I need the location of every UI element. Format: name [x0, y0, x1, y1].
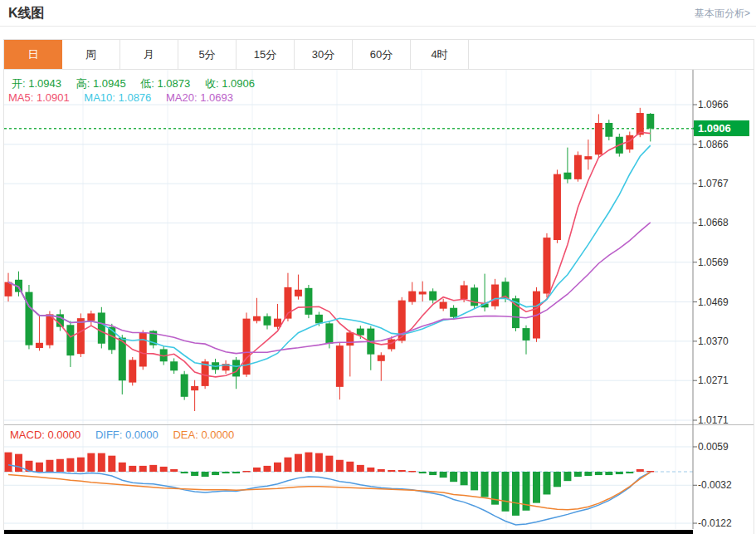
macd-axis-tick: 0.0059: [698, 441, 751, 453]
open-value: 1.0943: [28, 77, 61, 90]
macd-label: MACD:: [10, 429, 45, 441]
ohlc-legend: 开: 1.0943 高: 1.0945 低: 1.0873 收: 1.0906: [12, 76, 266, 91]
low-label: 低:: [140, 77, 154, 90]
current-price-tag: 1.0906: [694, 120, 749, 136]
tab-30min[interactable]: 30分: [295, 40, 353, 69]
tab-15min[interactable]: 15分: [237, 40, 295, 69]
y-axis-tick: 1.0569: [698, 257, 751, 268]
y-axis-tick: 1.0370: [698, 336, 751, 347]
dea-label: DEA:: [173, 429, 198, 441]
macd-legend: MACD: 0.0000 DIFF: 0.0000 DEA: 0.0000: [10, 429, 246, 441]
ma10-label: MA10:: [84, 91, 115, 104]
close-value: 1.0906: [222, 77, 255, 90]
high-label: 高:: [76, 77, 90, 90]
open-label: 开:: [12, 77, 26, 90]
chart-right-border: [754, 39, 754, 534]
y-axis-tick: 1.0469: [698, 296, 751, 308]
ma5-label: MA5:: [8, 91, 33, 104]
ma20-value: 1.0693: [200, 91, 233, 104]
tab-5min[interactable]: 5分: [178, 40, 237, 69]
kline-page: K线图 基本面分析> 日 周 月 5分 15分 30分 60分 4时 开: 1.…: [0, 0, 756, 534]
tab-week[interactable]: 周: [62, 40, 120, 69]
tab-day[interactable]: 日: [4, 40, 62, 69]
dea-value: 0.0000: [201, 429, 234, 441]
header-divider: [0, 26, 756, 27]
y-axis-tick: 1.0767: [698, 178, 751, 189]
tab-4hour[interactable]: 4时: [411, 40, 469, 69]
diff-value: 0.0000: [125, 429, 159, 441]
tab-60min[interactable]: 60分: [353, 40, 411, 69]
page-title: K线图: [8, 5, 45, 22]
close-label: 收:: [205, 77, 219, 90]
tab-month[interactable]: 月: [120, 40, 178, 69]
ma20-label: MA20:: [166, 91, 198, 104]
interval-tabbar: 日 周 月 5分 15分 30分 60分 4时: [3, 39, 754, 70]
fundamental-analysis-link[interactable]: 基本面分析>: [695, 7, 750, 21]
y-axis-tick: 1.0966: [698, 99, 751, 110]
y-axis-tick: 1.0866: [698, 139, 751, 150]
y-axis-tick: 1.0171: [698, 414, 751, 426]
low-value: 1.0873: [158, 77, 191, 90]
chart-left-border: [3, 39, 4, 534]
high-value: 1.0945: [93, 77, 126, 90]
ma10-value: 1.0876: [119, 91, 152, 104]
y-axis-tick: 1.0271: [698, 375, 751, 386]
diff-label: DIFF:: [95, 429, 123, 441]
macd-axis-tick: -0.0032: [698, 479, 751, 491]
macd-axis-tick: -0.0122: [698, 517, 751, 529]
ma-legend: MA5: 1.0901 MA10: 1.0876 MA20: 1.0693: [8, 91, 245, 104]
ma5-value: 1.0901: [37, 91, 70, 104]
macd-value: 0.0000: [48, 429, 81, 441]
y-axis-tick: 1.0668: [698, 217, 751, 228]
